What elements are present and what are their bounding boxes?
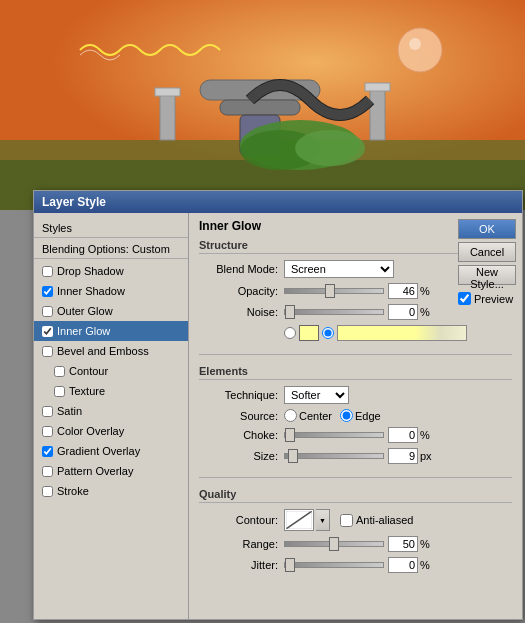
color-overlay-label: Color Overlay	[57, 425, 124, 437]
jitter-slider-container: %	[284, 557, 512, 573]
satin-checkbox[interactable]	[42, 406, 53, 417]
noise-row: Noise: %	[199, 304, 512, 320]
noise-value[interactable]	[388, 304, 418, 320]
noise-unit: %	[420, 306, 434, 318]
source-center-text: Center	[299, 410, 332, 422]
source-edge-radio[interactable]	[340, 409, 353, 422]
source-edge-text: Edge	[355, 410, 381, 422]
stroke-checkbox[interactable]	[42, 486, 53, 497]
new-style-button[interactable]: New Style...	[458, 265, 516, 285]
style-item-outer-glow[interactable]: Outer Glow	[34, 301, 188, 321]
stroke-label: Stroke	[57, 485, 89, 497]
choke-unit: %	[420, 429, 434, 441]
contour-label: Contour	[69, 365, 108, 377]
svg-point-14	[409, 38, 421, 50]
opacity-slider[interactable]	[284, 288, 384, 294]
cancel-button[interactable]: Cancel	[458, 242, 516, 262]
style-item-texture[interactable]: Texture	[34, 381, 188, 401]
inner-shadow-checkbox[interactable]	[42, 286, 53, 297]
opacity-unit: %	[420, 285, 434, 297]
gradient-preview[interactable]	[337, 325, 467, 341]
ok-button[interactable]: OK	[458, 219, 516, 239]
anti-alias-checkbox[interactable]	[340, 514, 353, 527]
elements-title: Elements	[199, 365, 512, 380]
background-image	[0, 0, 525, 210]
technique-select[interactable]: Softer Precise	[284, 386, 349, 404]
drop-shadow-checkbox[interactable]	[42, 266, 53, 277]
technique-label: Technique:	[199, 389, 284, 401]
blending-options-item[interactable]: Blending Options: Custom	[34, 240, 188, 259]
dialog-body: Styles Blending Options: Custom Drop Sha…	[34, 213, 522, 619]
range-value[interactable]	[388, 536, 418, 552]
jitter-slider[interactable]	[284, 562, 384, 568]
jitter-row: Jitter: %	[199, 557, 512, 573]
color-swatch[interactable]	[299, 325, 319, 341]
svg-rect-7	[155, 88, 180, 96]
style-item-inner-glow[interactable]: Inner Glow	[34, 321, 188, 341]
size-value[interactable]	[388, 448, 418, 464]
gradient-overlay-checkbox[interactable]	[42, 446, 53, 457]
svg-rect-16	[286, 511, 312, 529]
svg-rect-6	[160, 90, 175, 140]
outer-glow-checkbox[interactable]	[42, 306, 53, 317]
range-unit: %	[420, 538, 434, 550]
dialog-title: Layer Style	[34, 191, 522, 213]
svg-rect-8	[370, 85, 385, 140]
style-item-drop-shadow[interactable]: Drop Shadow	[34, 261, 188, 281]
color-row	[199, 325, 512, 341]
source-edge-label[interactable]: Edge	[340, 409, 381, 422]
preview-label: Preview	[474, 293, 513, 305]
outer-glow-label: Outer Glow	[57, 305, 113, 317]
jitter-value[interactable]	[388, 557, 418, 573]
choke-slider[interactable]	[284, 432, 384, 438]
anti-alias-text: Anti-aliased	[356, 514, 413, 526]
opacity-value[interactable]	[388, 283, 418, 299]
anti-alias-label[interactable]: Anti-aliased	[340, 514, 413, 527]
svg-rect-4	[220, 100, 300, 115]
range-row: Range: %	[199, 536, 512, 552]
style-item-pattern-overlay[interactable]: Pattern Overlay	[34, 461, 188, 481]
texture-label: Texture	[69, 385, 105, 397]
inner-shadow-label: Inner Shadow	[57, 285, 125, 297]
blend-mode-select[interactable]: Screen Normal Multiply Overlay	[284, 260, 394, 278]
source-label: Source:	[199, 410, 284, 422]
jitter-label: Jitter:	[199, 559, 284, 571]
texture-checkbox[interactable]	[54, 386, 65, 397]
source-center-radio[interactable]	[284, 409, 297, 422]
range-slider-container: %	[284, 536, 512, 552]
contour-svg	[286, 511, 312, 529]
choke-value[interactable]	[388, 427, 418, 443]
style-item-satin[interactable]: Satin	[34, 401, 188, 421]
gradient-overlay-label: Gradient Overlay	[57, 445, 140, 457]
size-slider[interactable]	[284, 453, 384, 459]
contour-label: Contour:	[199, 514, 284, 526]
color-overlay-checkbox[interactable]	[42, 426, 53, 437]
noise-slider[interactable]	[284, 309, 384, 315]
size-unit: px	[420, 450, 434, 462]
style-item-contour[interactable]: Contour	[34, 361, 188, 381]
style-item-stroke[interactable]: Stroke	[34, 481, 188, 501]
styles-header: Styles	[34, 219, 188, 238]
contour-dropdown-btn[interactable]: ▼	[316, 509, 330, 531]
quality-title: Quality	[199, 488, 512, 503]
pattern-overlay-checkbox[interactable]	[42, 466, 53, 477]
inner-glow-checkbox[interactable]	[42, 326, 53, 337]
style-item-gradient-overlay[interactable]: Gradient Overlay	[34, 441, 188, 461]
preview-checkbox[interactable]	[458, 292, 471, 305]
style-item-bevel-emboss[interactable]: Bevel and Emboss	[34, 341, 188, 361]
contour-checkbox[interactable]	[54, 366, 65, 377]
range-slider[interactable]	[284, 541, 384, 547]
style-item-inner-shadow[interactable]: Inner Shadow	[34, 281, 188, 301]
jitter-unit: %	[420, 559, 434, 571]
dialog-title-text: Layer Style	[42, 195, 106, 209]
contour-preview[interactable]	[284, 509, 314, 531]
satin-label: Satin	[57, 405, 82, 417]
style-item-color-overlay[interactable]: Color Overlay	[34, 421, 188, 441]
bevel-emboss-checkbox[interactable]	[42, 346, 53, 357]
solid-color-radio[interactable]	[284, 327, 296, 339]
background-svg	[0, 0, 525, 210]
inner-glow-label: Inner Glow	[57, 325, 110, 337]
gradient-color-radio[interactable]	[322, 327, 334, 339]
preview-row: Preview	[458, 292, 516, 305]
source-center-label[interactable]: Center	[284, 409, 332, 422]
